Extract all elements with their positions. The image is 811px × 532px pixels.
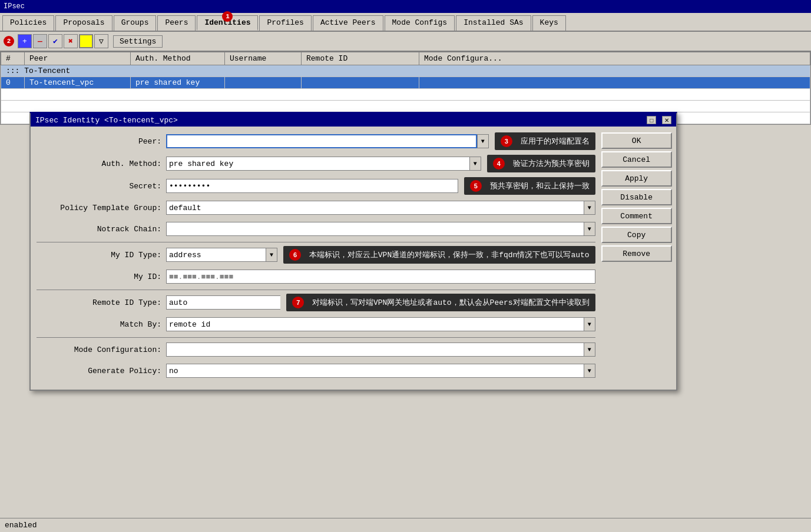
my-id-type-dropdown[interactable]: ▼ — [266, 248, 277, 262]
tooltip-5-text: 预共享密钥，和云上保持一致 — [490, 182, 590, 191]
remote-id-type-label: Remote ID Type: — [37, 298, 166, 307]
tab-active-peers[interactable]: Active Peers — [313, 15, 383, 31]
tooltip-3: 3 应用于的对端配置名 — [495, 132, 595, 150]
match-by-wrap: ▼ — [166, 317, 595, 331]
my-id-type-wrap: ▼ — [166, 248, 277, 262]
auth-method-label: Auth. Method: — [37, 159, 166, 168]
policy-template-dropdown[interactable]: ▼ — [584, 201, 595, 215]
notrack-chain-wrap: ▼ — [166, 222, 595, 236]
tab-proposals[interactable]: Proposals — [55, 15, 112, 31]
col-username: Username — [225, 52, 302, 65]
auth-method-dropdown-btn[interactable]: ▼ — [469, 157, 481, 171]
tab-peers[interactable]: Peers — [157, 15, 196, 31]
tab-installed-sas[interactable]: Installed SAs — [456, 15, 531, 31]
empty-row-1 — [1, 89, 810, 101]
tab-keys[interactable]: Keys — [532, 15, 566, 31]
badge-4: 4 — [493, 158, 505, 169]
generate-policy-input[interactable] — [166, 364, 584, 378]
modal-title-controls: □ ✕ — [646, 116, 671, 125]
col-num: # — [1, 52, 25, 65]
match-by-dropdown[interactable]: ▼ — [584, 317, 595, 331]
table-row[interactable]: 0 To-tencent_vpc pre shared key — [1, 77, 810, 89]
col-peer: Peer — [25, 52, 131, 65]
remote-id-type-input[interactable] — [166, 295, 280, 310]
add-button[interactable]: + — [18, 34, 32, 48]
group-label: ::: To-Tencent — [1, 65, 810, 77]
copy-button[interactable]: Copy — [601, 227, 672, 243]
identities-badge: 1 — [222, 11, 233, 22]
auth-method-input[interactable] — [166, 157, 469, 171]
divider-1 — [37, 242, 595, 242]
peer-row: Peer: ▼ 3 应用于的对端配置名 — [37, 132, 595, 150]
notrack-chain-dropdown[interactable]: ▼ — [584, 222, 595, 236]
badge-3: 3 — [501, 135, 512, 147]
row-auth: pre shared key — [131, 77, 225, 89]
window-title: IPsec — [4, 2, 25, 11]
modal-title-bar: IPsec Identity <To-tencent_vpc> □ ✕ — [31, 114, 676, 127]
modal-body: Peer: ▼ 3 应用于的对端配置名 Auth. Method: ▼ — [31, 127, 676, 390]
mode-config-dropdown[interactable]: ▼ — [584, 343, 595, 357]
generate-policy-wrap: ▼ — [166, 364, 595, 378]
modal-close-button[interactable]: ✕ — [662, 116, 671, 124]
settings-button[interactable]: Settings — [113, 35, 163, 48]
empty-row-2 — [1, 101, 810, 112]
peer-input[interactable] — [166, 134, 477, 148]
divider-2 — [37, 290, 595, 290]
button-panel: OK Cancel Apply Disable Comment Copy Rem… — [601, 132, 672, 384]
modal-minimize-button[interactable]: □ — [647, 116, 656, 124]
tab-policies[interactable]: Policies — [2, 15, 54, 31]
modal-dialog: IPsec Identity <To-tencent_vpc> □ ✕ Peer… — [29, 112, 677, 391]
tab-identities[interactable]: 1 Identities — [197, 15, 258, 31]
filter-button[interactable]: ▽ — [94, 34, 108, 48]
notrack-chain-label: Notrack Chain: — [37, 225, 166, 234]
row-mode-config — [419, 77, 810, 89]
peer-field-wrap: ▼ — [166, 134, 489, 148]
remove-button[interactable]: Remove — [601, 245, 672, 262]
comment-button[interactable]: Comment — [601, 208, 672, 224]
badge-7: 7 — [292, 297, 304, 308]
divider-3 — [37, 337, 595, 338]
tab-groups[interactable]: Groups — [114, 15, 157, 31]
tab-profiles[interactable]: Profiles — [259, 15, 311, 31]
disable-button[interactable]: Disable — [601, 189, 672, 205]
toolbar-badge: 2 — [4, 36, 14, 46]
my-id-input[interactable] — [166, 270, 595, 284]
notrack-chain-row: Notrack Chain: ▼ — [37, 221, 595, 237]
tooltip-3-text: 应用于的对端配置名 — [521, 137, 590, 146]
remove-button[interactable]: — — [33, 34, 47, 48]
secret-input[interactable] — [166, 179, 458, 193]
tooltip-7-text: 对端标识，写对端VPN网关地址或者auto，默认会从Peers对端配置文件中读取… — [312, 298, 590, 307]
match-by-input[interactable] — [166, 317, 584, 331]
generate-policy-dropdown[interactable]: ▼ — [584, 364, 595, 378]
row-remote-id — [302, 77, 419, 89]
group-row: ::: To-Tencent — [1, 65, 810, 77]
tab-mode-configs[interactable]: Mode Configs — [385, 15, 455, 31]
peer-dropdown-btn[interactable]: ▼ — [477, 134, 489, 148]
cancel-button[interactable]: Cancel — [601, 151, 672, 168]
tooltip-5: 5 预共享密钥，和云上保持一致 — [464, 177, 595, 195]
mode-config-label: Mode Configuration: — [37, 345, 166, 354]
my-id-type-input[interactable] — [166, 248, 266, 262]
mode-config-input[interactable] — [166, 343, 584, 357]
policy-template-row: Policy Template Group: ▼ — [37, 200, 595, 216]
apply-button[interactable]: Apply — [601, 170, 672, 187]
tooltip-7: 7 对端标识，写对端VPN网关地址或者auto，默认会从Peers对端配置文件中… — [286, 294, 595, 311]
col-remote-id: Remote ID — [302, 52, 419, 65]
notrack-chain-input[interactable] — [166, 222, 584, 236]
policy-template-input[interactable] — [166, 201, 584, 215]
generate-policy-label: Generate Policy: — [37, 367, 166, 375]
row-username — [225, 77, 302, 89]
badge-5: 5 — [470, 180, 482, 192]
disable-button[interactable]: ✖ — [64, 34, 78, 48]
my-id-label: My ID: — [37, 272, 166, 281]
menu-tabs: Policies Proposals Groups Peers 1 Identi… — [0, 13, 811, 32]
match-by-row: Match By: ▼ — [37, 316, 595, 332]
enable-button[interactable]: ✔ — [48, 34, 62, 48]
ok-button[interactable]: OK — [601, 132, 672, 149]
auth-method-field-wrap: ▼ — [166, 157, 481, 171]
match-by-label: Match By: — [37, 320, 166, 329]
comment-button[interactable] — [79, 34, 93, 48]
tooltip-6: 6 本端标识，对应云上VPN通道的对端标识，保持一致，非fqdn情况下也可以写a… — [283, 246, 595, 264]
tooltip-6-text: 本端标识，对应云上VPN通道的对端标识，保持一致，非fqdn情况下也可以写aut… — [309, 251, 590, 260]
toolbar: 2 + — ✔ ✖ ▽ Settings — [0, 32, 811, 51]
